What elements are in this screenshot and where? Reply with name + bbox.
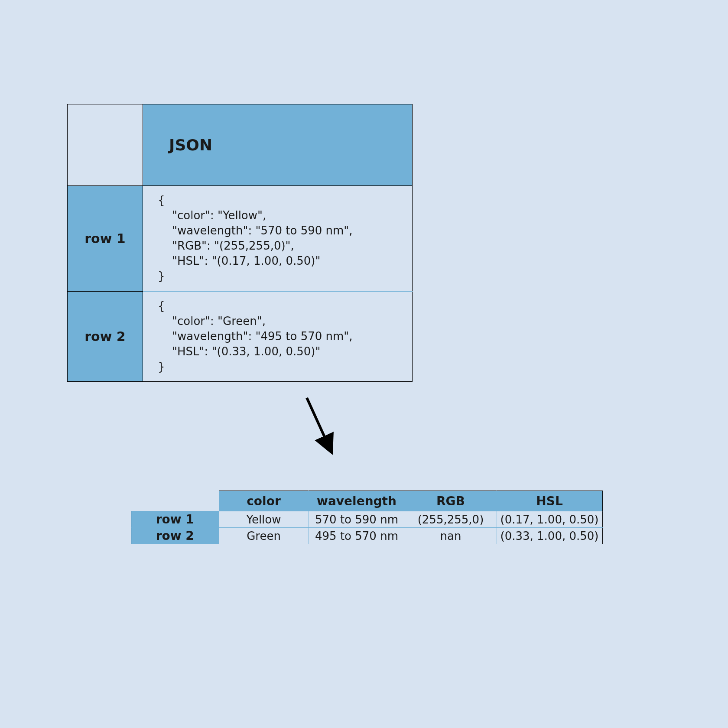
data-table-row: row 2 Green 495 to 570 nm nan (0.33, 1.0… [131,528,603,544]
data-cell: 495 to 570 nm [309,528,405,544]
data-table-corner [131,491,219,511]
arrow-down-right-icon [299,394,342,455]
json-table-row: row 2 { "color": "Green", "wavelength": … [68,291,413,381]
data-table-column-header: wavelength [309,491,405,511]
data-cell: (0.33, 1.00, 0.50) [497,528,602,544]
json-row-content: { "color": "Green", "wavelength": "495 t… [143,291,413,381]
data-table-column-header: HSL [497,491,602,511]
data-table-column-header: RGB [405,491,497,511]
json-row-label: row 1 [68,186,143,292]
data-row-label: row 2 [131,528,219,544]
data-cell: (255,255,0) [405,511,497,528]
data-cell: Green [219,528,309,544]
data-cell: 570 to 590 nm [309,511,405,528]
data-table-column-header: color [219,491,309,511]
json-table-column-header: JSON [143,104,413,186]
data-table-row: row 1 Yellow 570 to 590 nm (255,255,0) (… [131,511,603,528]
json-row-content: { "color": "Yellow", "wavelength": "570 … [143,186,413,292]
diagram-canvas: JSON row 1 { "color": "Yellow", "wavelen… [0,0,728,728]
data-cell: nan [405,528,497,544]
data-row-label: row 1 [131,511,219,528]
json-table-row: row 1 { "color": "Yellow", "wavelength":… [68,186,413,292]
json-row-label: row 2 [68,291,143,381]
data-cell: Yellow [219,511,309,528]
svg-line-0 [307,398,328,445]
result-data-table: color wavelength RGB HSL row 1 Yellow 57… [131,491,603,544]
json-table-corner [68,104,143,186]
data-cell: (0.17, 1.00, 0.50) [497,511,602,528]
json-source-table: JSON row 1 { "color": "Yellow", "wavelen… [67,104,413,382]
